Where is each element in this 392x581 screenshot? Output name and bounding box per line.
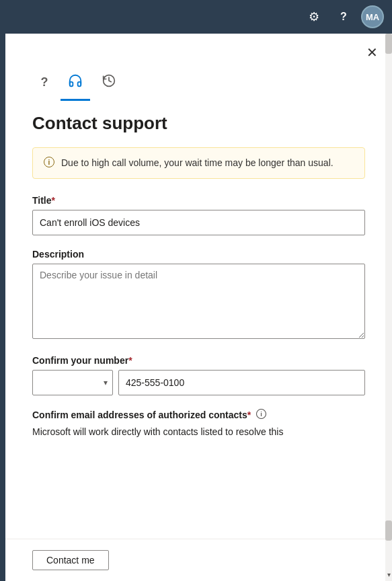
panel-content: i Due to high call volume, your wait tim…	[5, 147, 392, 574]
tab-row: ?	[5, 63, 392, 106]
email-description: Microsoft will work directly with contac…	[32, 425, 365, 439]
help-icon: ?	[340, 11, 347, 23]
svg-text:i: i	[48, 159, 50, 166]
info-icon[interactable]: i	[256, 409, 266, 421]
scroll-track: ▴ ▾	[385, 34, 392, 581]
avatar-initials: MA	[366, 12, 379, 22]
description-textarea[interactable]	[32, 264, 365, 339]
scroll-thumb-top[interactable]	[385, 34, 392, 54]
page-title: Contact support	[5, 106, 392, 147]
warning-banner: i Due to high call volume, your wait tim…	[32, 147, 365, 179]
title-input[interactable]	[32, 210, 365, 235]
settings-icon: ⚙	[309, 9, 319, 24]
history-tab-icon	[102, 74, 116, 91]
email-form-group: Confirm email addresses of authorized co…	[32, 409, 365, 439]
scroll-down-arrow[interactable]: ▾	[385, 568, 392, 581]
contact-me-button[interactable]: Contact me	[32, 550, 109, 570]
title-required-star: *	[52, 195, 55, 206]
email-required-star: *	[247, 410, 251, 420]
bottom-bar: Contact me	[5, 539, 392, 581]
help-tab-icon: ?	[41, 75, 48, 89]
settings-button[interactable]: ⚙	[302, 5, 326, 29]
close-icon: ✕	[366, 44, 378, 61]
description-form-group: Description	[32, 249, 365, 342]
email-label-row: Confirm email addresses of authorized co…	[32, 409, 365, 421]
phone-input[interactable]	[118, 370, 365, 395]
close-button[interactable]: ✕	[361, 42, 383, 63]
phone-required-star: *	[128, 355, 132, 366]
tab-history[interactable]	[94, 69, 124, 101]
avatar[interactable]: MA	[361, 5, 384, 28]
support-tab-icon	[68, 73, 83, 91]
warning-icon: i	[44, 157, 54, 170]
phone-label: Confirm your number*	[32, 355, 365, 366]
svg-text:i: i	[260, 411, 262, 418]
title-label: Title*	[32, 195, 365, 206]
phone-form-group: Confirm your number* US +1 UK +44 ▾	[32, 355, 365, 395]
title-form-group: Title*	[32, 195, 365, 235]
country-select-wrapper: US +1 UK +44 ▾	[32, 370, 113, 395]
description-label: Description	[32, 249, 365, 260]
country-select[interactable]: US +1 UK +44	[32, 370, 113, 395]
top-navbar: ⚙ ? MA	[0, 0, 392, 34]
help-button[interactable]: ?	[331, 5, 356, 29]
left-sidebar	[0, 34, 5, 581]
panel-header: ✕	[5, 34, 392, 63]
tab-help[interactable]: ?	[32, 73, 56, 97]
scroll-thumb-bottom[interactable]	[385, 520, 392, 541]
warning-text: Due to high call volume, your wait time …	[61, 156, 334, 170]
support-panel: ✕ ?	[5, 34, 392, 581]
email-label: Confirm email addresses of authorized co…	[32, 410, 251, 420]
tab-support[interactable]	[61, 69, 90, 101]
main-container: ✕ ?	[0, 34, 392, 581]
phone-row: US +1 UK +44 ▾	[32, 370, 365, 395]
